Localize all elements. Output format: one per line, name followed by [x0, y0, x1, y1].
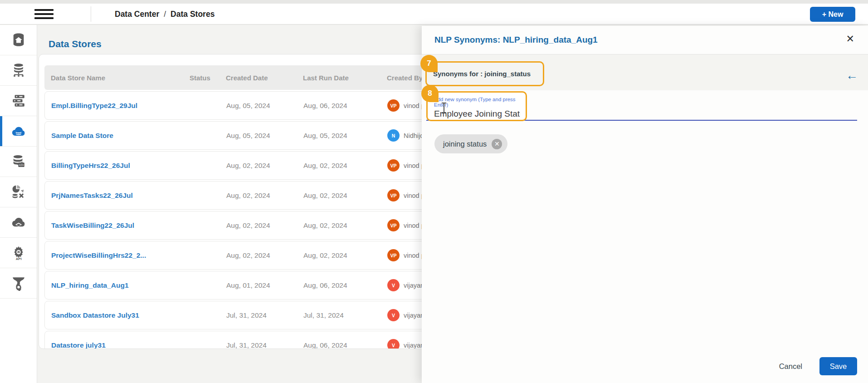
synonym-input-label: Add new synonym (Type and press Enter)	[434, 97, 526, 108]
data-store-link[interactable]: TaskWiseBilling22_26Jul	[51, 221, 134, 229]
sidebar-item-data-transform[interactable]	[0, 177, 37, 207]
data-store-link[interactable]: PrjNamesTasks22_26Jul	[51, 192, 133, 199]
new-button[interactable]: + New	[810, 7, 855, 22]
breadcrumb: Data Center / Data Stores	[115, 4, 215, 25]
sidebar-item-funnel-settings[interactable]	[0, 268, 37, 299]
avatar: V	[387, 309, 400, 321]
database-network-icon	[10, 63, 27, 78]
database-home-icon	[10, 32, 27, 48]
hamburger-menu-icon[interactable]	[34, 9, 54, 19]
created-date-cell: Jul, 31, 2024	[226, 341, 303, 349]
last-run-date-cell: Aug, 06, 2024	[303, 281, 387, 290]
avatar: VP	[387, 159, 400, 172]
last-run-date-cell: Aug, 02, 2024	[303, 162, 387, 170]
avatar: V	[387, 339, 400, 349]
funnel-gear-icon	[10, 275, 27, 291]
created-date-cell: Aug, 02, 2024	[226, 221, 303, 230]
created-by-name: vijayar	[404, 342, 423, 349]
created-date-cell: Jul, 31, 2024	[226, 311, 303, 319]
synonym-chip-label: joining status	[443, 140, 487, 148]
text-cursor-icon	[441, 103, 447, 113]
page-title: Data Stores	[49, 39, 102, 49]
api-gear-icon: API	[10, 245, 27, 260]
avatar: N	[387, 129, 400, 142]
synonyms-for-label: Synonyms for : joining_status	[433, 70, 531, 78]
avatar: V	[387, 279, 400, 291]
last-run-date-cell: Aug, 02, 2024	[303, 192, 387, 200]
back-arrow-icon[interactable]: ←	[846, 69, 858, 82]
data-store-link[interactable]: Datastore july31	[51, 341, 106, 349]
sidebar-item-data-center-home[interactable]	[0, 25, 37, 55]
data-store-link[interactable]: NLP_hiring_data_Aug1	[51, 281, 129, 289]
column-header-last-run-date[interactable]: Last Run Date	[303, 74, 387, 82]
sidebar-item-cloud-layers[interactable]	[0, 207, 37, 238]
sidebar-item-database-connections[interactable]	[0, 55, 37, 86]
column-header-name[interactable]: Data Store Name	[44, 74, 190, 82]
created-date-cell: Aug, 05, 2024	[226, 102, 303, 110]
topbar-divider	[91, 6, 91, 22]
created-by-name: Nidhijo	[404, 132, 424, 139]
last-run-date-cell: Aug, 06, 2024	[303, 102, 387, 110]
cloud-database-icon	[10, 123, 27, 139]
top-bar: Data Center / Data Stores + New	[0, 4, 868, 25]
data-store-link[interactable]: Empl.BillingType22_29Jul	[51, 102, 137, 109]
panel-title: NLP Synonyms: NLP_hiring_data_Aug1	[434, 35, 598, 45]
last-run-date-cell: Jul, 31, 2024	[303, 311, 387, 319]
database-code-icon: </>	[10, 154, 27, 169]
last-run-date-cell: Aug, 02, 2024	[303, 251, 387, 260]
sidebar-item-server-racks[interactable]	[0, 86, 37, 116]
created-date-cell: Aug, 05, 2024	[226, 132, 303, 140]
created-date-cell: Aug, 02, 2024	[226, 162, 303, 170]
sidebar-item-dataset-code[interactable]: </>	[0, 147, 37, 177]
annotation-badge-7: 7	[420, 55, 438, 72]
server-rack-icon	[10, 93, 27, 108]
avatar: VP	[387, 189, 400, 201]
panel-footer: Cancel Save	[779, 357, 857, 375]
close-icon[interactable]: ✕	[846, 34, 854, 44]
column-header-status[interactable]: Status	[190, 74, 226, 82]
avatar: VP	[387, 249, 400, 261]
avatar: VP	[387, 219, 400, 231]
created-date-cell: Aug, 02, 2024	[226, 192, 303, 200]
created-by-name: vijayar	[404, 282, 423, 289]
data-store-link[interactable]: Sample Data Store	[51, 132, 113, 139]
last-run-date-cell: Aug, 05, 2024	[303, 132, 387, 140]
breadcrumb-data-center[interactable]: Data Center	[115, 10, 159, 19]
breadcrumb-data-stores[interactable]: Data Stores	[171, 10, 215, 19]
cancel-button[interactable]: Cancel	[779, 362, 802, 371]
annotation-badge-8: 8	[421, 85, 439, 102]
synonym-chip: joining status ✕	[434, 134, 507, 153]
data-store-link[interactable]: BillingTypeHrs22_26Jul	[51, 162, 130, 169]
data-store-link[interactable]: ProjectWiseBillingHrs22_2...	[51, 251, 146, 259]
annotation-box-section: 7 Synonyms for : joining_status	[425, 61, 544, 86]
data-transform-icon	[10, 184, 27, 200]
created-date-cell: Aug, 01, 2024	[226, 281, 303, 290]
sidebar-nav: </> API	[0, 25, 37, 383]
avatar: VP	[387, 99, 400, 112]
last-run-date-cell: Aug, 02, 2024	[303, 221, 387, 230]
nlp-synonyms-panel: NLP Synonyms: NLP_hiring_data_Aug1 ✕ ← 7…	[422, 26, 868, 383]
created-date-cell: Aug, 02, 2024	[226, 251, 303, 260]
save-button[interactable]: Save	[819, 357, 857, 375]
svg-text:API: API	[15, 257, 21, 260]
svg-text:</>: </>	[19, 163, 24, 167]
panel-header: NLP Synonyms: NLP_hiring_data_Aug1 ✕	[422, 26, 868, 54]
last-run-date-cell: Aug, 06, 2024	[303, 341, 387, 349]
column-header-created-date[interactable]: Created Date	[226, 74, 303, 82]
sidebar-item-api[interactable]: API	[0, 238, 37, 268]
chip-remove-icon[interactable]: ✕	[492, 139, 502, 149]
breadcrumb-separator: /	[164, 10, 166, 19]
created-by-name: vijayar	[404, 312, 423, 319]
data-store-link[interactable]: Sandbox Datastore July31	[51, 311, 139, 319]
cloud-layers-icon	[10, 215, 27, 230]
sidebar-item-data-stores[interactable]	[0, 116, 37, 147]
